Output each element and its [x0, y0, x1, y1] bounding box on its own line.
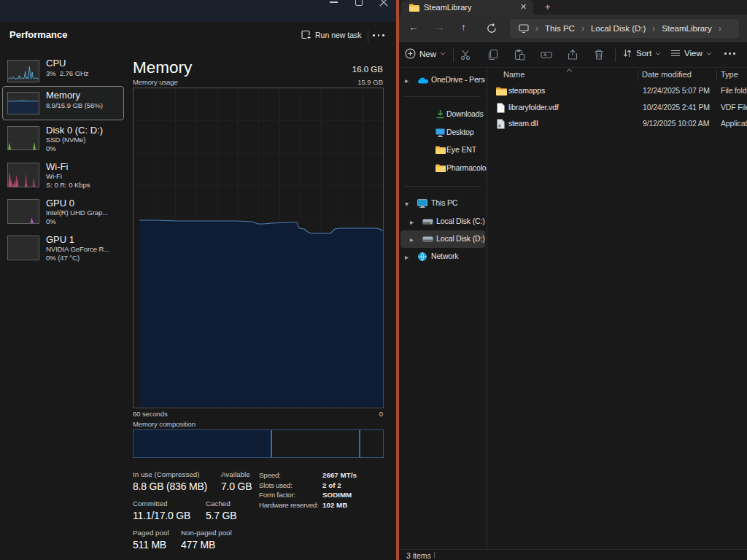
- minimize-icon[interactable]: [330, 1, 338, 3]
- composition-inuse-segment: [133, 430, 272, 457]
- desktop-icon: [436, 128, 445, 137]
- stat-committed-label: Committed: [133, 499, 167, 508]
- detail-hwreserved-label: Hardware reserved:: [259, 501, 319, 509]
- file-date: 12/24/2025 5:07 PM: [643, 86, 710, 95]
- explorer-statusbar: 3 items: [399, 549, 747, 560]
- file-name: steamapps: [508, 86, 545, 95]
- maximize-icon[interactable]: [355, 0, 363, 6]
- drive-icon: [422, 219, 433, 225]
- column-headers: Name Date modified Type: [487, 69, 747, 82]
- sidebar-item-eye-ent[interactable]: Eye ENT: [399, 141, 487, 159]
- sidebar-item-onedrive[interactable]: ▸ OneDrive - Persona: [399, 71, 487, 89]
- view-icon: [670, 48, 681, 58]
- sidebar-item-this-pc[interactable]: ▾ This PC: [399, 195, 487, 212]
- sort-button-label: Sort: [636, 49, 651, 58]
- chevron-right-icon: ▸: [410, 218, 414, 226]
- sidebar-item-label: OneDrive - Persona: [431, 75, 485, 84]
- sidebar-item-local-disk-c[interactable]: ▸ Local Disk (C:): [399, 213, 487, 230]
- detail-speed-label: Speed:: [259, 471, 281, 479]
- file-row-libraryfolder[interactable]: libraryfolder.vdf 10/24/2025 2:41 PM VDF…: [487, 100, 747, 116]
- tm-sidebar-item-gpu1[interactable]: GPU 1 NVIDIA GeForce R... 0% (47 °C): [0, 233, 128, 267]
- back-icon[interactable]: ←: [409, 22, 419, 33]
- stat-cached-value: 5.7 GB: [206, 510, 236, 521]
- explorer-sidebar: ▸ OneDrive - Persona Downloads Desktop: [399, 68, 487, 549]
- memory-usage-graph: [133, 88, 384, 408]
- new-tab-icon[interactable]: +: [545, 1, 551, 12]
- address-bar[interactable]: › This PC › Local Disk (D:) › SteamLibra…: [510, 19, 739, 38]
- sidebar-item-pharmacology[interactable]: Pharmacology: [399, 160, 487, 177]
- file-row-steamapps[interactable]: steamapps 12/24/2025 5:07 PM File folder: [487, 83, 747, 99]
- sidebar-item-desktop[interactable]: Desktop: [399, 124, 487, 141]
- sidebar-item-network[interactable]: ▸ Network: [399, 248, 487, 265]
- sidebar-item-downloads[interactable]: Downloads: [399, 106, 487, 123]
- forward-icon[interactable]: →: [435, 22, 445, 33]
- stat-pagedpool-label: Paged pool: [133, 529, 169, 537]
- column-separator[interactable]: [716, 70, 717, 81]
- rename-icon[interactable]: [541, 49, 552, 61]
- cut-icon[interactable]: [460, 49, 471, 61]
- memory-mini-graph-icon: [7, 92, 39, 114]
- breadcrumb-this-pc[interactable]: This PC: [545, 24, 575, 33]
- delete-icon[interactable]: [593, 49, 605, 61]
- wifi-mini-graph-icon: [7, 163, 39, 187]
- sidebar-item-label: Local Disk (D:): [436, 234, 485, 243]
- stat-available-value: 7.0 GB: [221, 481, 252, 492]
- stat-cached-label: Cached: [206, 499, 231, 508]
- tm-sidebar-item-memory[interactable]: Memory 8.9/15.9 GB (56%): [0, 86, 128, 120]
- close-icon[interactable]: [379, 0, 388, 7]
- tm-sidebar-item-wifi[interactable]: Wi-Fi Wi-Fi S: 0 R: 0 Kbps: [0, 160, 128, 194]
- stat-nonpaged-label: Non-paged pool: [181, 529, 232, 537]
- tm-more-options-button[interactable]: [373, 34, 384, 36]
- paste-icon[interactable]: [514, 49, 525, 61]
- file-name: libraryfolder.vdf: [508, 103, 559, 112]
- file-name: steam.dll: [508, 119, 538, 128]
- column-type[interactable]: Type: [721, 70, 738, 79]
- new-button[interactable]: New: [405, 48, 446, 59]
- detail-formfactor-value: SODIMM: [322, 491, 352, 499]
- tab-close-icon[interactable]: ✕: [520, 2, 527, 12]
- tm-sidebar-item-disk0[interactable]: Disk 0 (C: D:) SSD (NVMe) 0%: [0, 123, 128, 158]
- up-icon[interactable]: ↑: [461, 22, 466, 33]
- chevron-down-icon: ▾: [405, 200, 409, 208]
- view-button[interactable]: View: [670, 48, 712, 58]
- breadcrumb-local-disk-d[interactable]: Local Disk (D:): [591, 24, 646, 33]
- cpu-mini-graph-icon: [7, 60, 39, 82]
- stat-inuse-label: In use (Compressed): [133, 470, 199, 478]
- tm-sidebar-item-gpu0[interactable]: GPU 0 Intel(R) UHD Grap... 0%: [0, 196, 128, 230]
- column-separator[interactable]: [638, 70, 638, 81]
- memory-scale-max: 15.9 GB: [133, 78, 383, 86]
- chevron-down-icon: [706, 52, 712, 55]
- explorer-toolbar: New: [399, 42, 747, 68]
- run-new-task-icon: [301, 30, 311, 40]
- share-icon[interactable]: [567, 49, 578, 61]
- breadcrumb-chevron: ›: [529, 23, 545, 34]
- toolbar-more-button[interactable]: [724, 52, 735, 55]
- disk-mini-graph-icon: [7, 126, 39, 150]
- file-icon: [497, 103, 505, 113]
- tab-title: SteamLibrary: [424, 3, 471, 12]
- chevron-down-icon: [440, 52, 446, 55]
- file-row-steamdll[interactable]: steam.dll 9/12/2025 10:02 AM Application…: [487, 116, 747, 132]
- column-name[interactable]: Name: [503, 70, 525, 79]
- sidebar-item-local-disk-d[interactable]: ▸ Local Disk (D:): [399, 230, 487, 248]
- gpu1-mini-graph-icon: [7, 236, 39, 260]
- copy-icon[interactable]: [487, 49, 498, 61]
- downloads-icon: [436, 109, 445, 119]
- column-date-modified[interactable]: Date modified: [642, 70, 692, 79]
- breadcrumb-steamlibrary[interactable]: SteamLibrary: [662, 24, 711, 33]
- explorer-tab[interactable]: SteamLibrary ✕: [401, 0, 533, 15]
- task-manager-window: Performance Run new task CPU 3% 2.76 GHz…: [0, 0, 396, 560]
- chevron-right-icon: ▸: [410, 236, 414, 244]
- tm-sidebar-item-cpu[interactable]: CPU 3% 2.76 GHz: [0, 55, 128, 90]
- detail-slots-value: 2 of 2: [322, 481, 341, 489]
- sidebar-item-label: Desktop: [446, 128, 473, 136]
- page-title: Performance: [9, 29, 67, 40]
- this-pc-icon: [519, 24, 529, 33]
- sort-button[interactable]: Sort: [622, 48, 661, 58]
- file-type: File folder: [721, 86, 747, 95]
- memory-total: 16.0 GB: [133, 65, 383, 74]
- refresh-icon[interactable]: [487, 23, 497, 34]
- run-new-task-button[interactable]: Run new task: [301, 30, 362, 40]
- breadcrumb-chevron: ›: [712, 23, 728, 34]
- onedrive-icon: [417, 77, 429, 84]
